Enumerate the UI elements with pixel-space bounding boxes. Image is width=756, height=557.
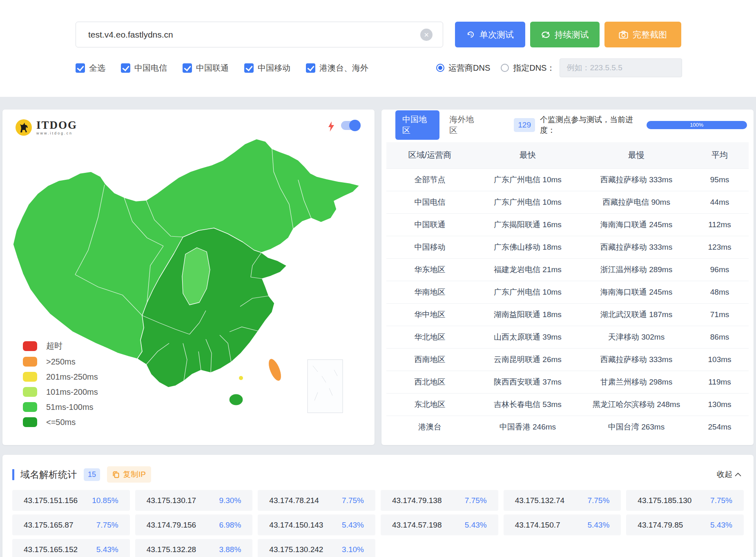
legend-item-1: >250ms xyxy=(23,357,98,367)
checkbox-label: 中国移动 xyxy=(258,63,290,74)
ip-stat-cell: 43.175.132.747.75% xyxy=(504,490,621,511)
region-cell: 中国移动 xyxy=(386,236,473,258)
ip-address: 43.174.150.7 xyxy=(515,521,560,530)
avg-cell: 71ms xyxy=(691,303,749,326)
avg-cell: 96ms xyxy=(691,258,749,281)
fastest-cell: 中国香港 246ms xyxy=(473,416,582,438)
ip-stat-cell: 43.174.57.1985.43% xyxy=(381,514,498,535)
results-header: 中国地区 海外地区 129 个监测点参与测试，当前进度： 100% xyxy=(381,110,754,141)
results-panel: 中国地区 海外地区 129 个监测点参与测试，当前进度： 100% 区域/运营商… xyxy=(381,110,754,445)
section-accent-bar xyxy=(12,469,14,480)
camera-icon xyxy=(619,31,628,39)
checkbox-label: 港澳台、海外 xyxy=(319,63,368,74)
fastest-cell: 云南昆明联通 26ms xyxy=(473,348,582,371)
clear-input-icon[interactable]: × xyxy=(420,29,433,41)
region-cell: 中国联通 xyxy=(386,213,473,236)
map-sea-inset xyxy=(308,360,343,413)
ip-address: 43.174.57.198 xyxy=(392,521,442,530)
single-test-button[interactable]: 1 单次测试 xyxy=(455,22,525,47)
carrier-dns-radio[interactable] xyxy=(436,64,444,72)
ip-address: 43.175.132.74 xyxy=(515,496,565,505)
region-cell: 东北地区 xyxy=(386,393,473,416)
table-row: 中国移动广东佛山移动 18ms西藏拉萨移动 333ms123ms xyxy=(386,236,749,258)
ip-address: 43.174.78.214 xyxy=(269,496,319,505)
region-cell: 华北地区 xyxy=(386,326,473,348)
ip-address: 43.174.79.85 xyxy=(638,521,683,530)
avg-cell: 254ms xyxy=(691,416,749,438)
fastest-cell: 广东广州电信 10ms xyxy=(473,281,582,303)
ip-stat-cell: 43.174.79.1566.98% xyxy=(135,514,253,535)
checkbox-label: 全选 xyxy=(89,63,105,74)
refresh-loop-icon xyxy=(541,31,550,39)
dns-stats-panel: 域名解析统计 15 复制IP 收起 43.175.151.15610.85%43… xyxy=(2,455,754,557)
ip-count-badge: 15 xyxy=(84,468,100,481)
continuous-test-button[interactable]: 持续测试 xyxy=(530,22,600,47)
single-test-label: 单次测试 xyxy=(479,29,514,40)
isp-filter-row: 全选中国电信中国联通中国移动港澳台、海外 xyxy=(76,60,368,75)
copy-icon xyxy=(112,471,120,478)
isp-checkbox-0[interactable]: 全选 xyxy=(76,63,105,74)
ip-stat-cell: 43.175.130.179.30% xyxy=(135,490,253,511)
isp-checkbox-2[interactable]: 中国联通 xyxy=(183,63,229,74)
checkbox-label: 中国电信 xyxy=(134,63,167,74)
fastest-cell: 福建龙岩电信 21ms xyxy=(473,258,582,281)
dns-stats-header: 域名解析统计 15 复制IP 收起 xyxy=(2,455,754,490)
region-cell: 港澳台 xyxy=(386,416,473,438)
ip-percentage: 7.75% xyxy=(342,496,364,505)
fastest-cell: 广东佛山移动 18ms xyxy=(473,236,582,258)
avg-cell: 130ms xyxy=(691,393,749,416)
table-row: 华北地区山西太原联通 39ms天津移动 302ms86ms xyxy=(386,326,749,348)
full-screenshot-button[interactable]: 完整截图 xyxy=(604,22,681,47)
ip-percentage: 10.85% xyxy=(92,496,118,505)
isp-checkbox-3[interactable]: 中国移动 xyxy=(244,63,290,74)
table-row: 全部节点广东广州电信 10ms西藏拉萨移动 333ms95ms xyxy=(386,168,749,191)
custom-dns-radio[interactable] xyxy=(501,64,509,72)
ip-stat-cell: 43.174.150.75.43% xyxy=(504,514,621,535)
latency-legend: 超时>250ms201ms-250ms101ms-200ms51ms-100ms… xyxy=(23,335,98,427)
slowest-cell: 中国台湾 263ms xyxy=(582,416,691,438)
table-row: 中国电信广东广州电信 10ms西藏拉萨电信 90ms44ms xyxy=(386,191,749,213)
isp-checkbox-1[interactable]: 中国电信 xyxy=(121,63,167,74)
domain-input[interactable] xyxy=(76,22,443,47)
ip-address: 43.174.79.156 xyxy=(147,521,196,530)
checkbox-checked-icon xyxy=(121,63,130,73)
map-toggle-knob xyxy=(349,120,361,131)
collapse-toggle[interactable]: 收起 xyxy=(717,469,741,480)
table-column-header: 平均 xyxy=(691,142,749,168)
avg-cell: 112ms xyxy=(691,213,749,236)
region-cell: 西北地区 xyxy=(386,371,473,393)
full-screenshot-label: 完整截图 xyxy=(633,29,667,40)
ip-address: 43.175.165.87 xyxy=(24,521,74,530)
table-row: 港澳台中国香港 246ms中国台湾 263ms254ms xyxy=(386,416,749,438)
ip-percentage: 9.30% xyxy=(219,496,241,505)
tab-overseas-region[interactable]: 海外地区 xyxy=(449,114,479,136)
dns-options-row: 运营商DNS 指定DNS： xyxy=(436,58,682,78)
map-taiwan xyxy=(266,357,284,383)
table-body: 全部节点广东广州电信 10ms西藏拉萨移动 333ms95ms中国电信广东广州电… xyxy=(386,168,749,438)
collapse-label: 收起 xyxy=(717,469,732,480)
ip-stat-cell: 43.175.185.1307.75% xyxy=(626,490,744,511)
latency-results-table: 区域/运营商最快最慢平均 全部节点广东广州电信 10ms西藏拉萨移动 333ms… xyxy=(386,142,749,438)
ip-address: 43.175.185.130 xyxy=(638,496,691,505)
legend-label: 超时 xyxy=(46,340,62,351)
ip-percentage: 7.75% xyxy=(96,521,118,530)
custom-dns-input[interactable] xyxy=(560,58,682,77)
top-toolbar: × 1 单次测试 持续测试 完整截图 全选中国电信中国联通中国移动港澳台、海外 … xyxy=(0,0,756,97)
svg-text:1: 1 xyxy=(470,33,472,37)
tab-china-region[interactable]: 中国地区 xyxy=(395,110,439,140)
table-row: 华中地区湖南益阳联通 18ms湖北武汉联通 187ms71ms xyxy=(386,303,749,326)
ip-percentage: 7.75% xyxy=(465,496,487,505)
isp-checkbox-4[interactable]: 港澳台、海外 xyxy=(306,63,368,74)
legend-label: <=50ms xyxy=(46,418,76,427)
slowest-cell: 西藏拉萨移动 333ms xyxy=(582,348,691,371)
ip-percentage: 5.43% xyxy=(587,521,609,530)
fastest-cell: 吉林长春电信 53ms xyxy=(473,393,582,416)
region-cell: 西南地区 xyxy=(386,348,473,371)
table-column-header: 最快 xyxy=(473,142,582,168)
copy-ip-button[interactable]: 复制IP xyxy=(107,466,151,483)
map-toggle[interactable] xyxy=(341,121,360,130)
legend-swatch xyxy=(23,417,37,427)
region-cell: 华南地区 xyxy=(386,281,473,303)
legend-swatch xyxy=(23,387,37,397)
fastest-cell: 湖南益阳联通 18ms xyxy=(473,303,582,326)
